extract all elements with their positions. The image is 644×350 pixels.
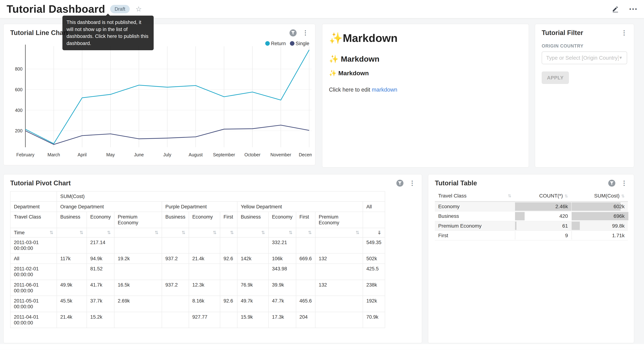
pivot-cell: 132 (315, 253, 363, 264)
kebab-menu-icon[interactable]: ⋮ (621, 180, 627, 186)
table-row: First91.71k (435, 231, 628, 240)
filter-indicator-icon[interactable] (290, 30, 296, 36)
pivot-cell: 16.5k (114, 280, 162, 296)
card-header: Tutorial Table ⋮ (428, 174, 634, 188)
header-actions: ⋯ (612, 6, 637, 12)
count-cell: 9 (515, 231, 571, 240)
sum-cell: 696k (571, 211, 628, 221)
pivot-row: 2011-02-01 00:00:0081.52343.98425.5 (10, 264, 385, 280)
pivot-cell: 425.5 (363, 264, 385, 280)
sort-icon[interactable]: ⇅ (508, 194, 511, 198)
markdown-paragraph: Click here to edit markdown (329, 86, 522, 93)
svg-text:July: July (163, 152, 172, 157)
pivot-cell (315, 312, 363, 328)
pivot-cell: 70.9k (363, 312, 385, 328)
pivot-class-col: Economy (268, 212, 296, 228)
page-title[interactable]: Tutorial Dashboard (6, 3, 105, 15)
kebab-menu-icon[interactable]: ⋮ (621, 30, 627, 36)
sort-icon[interactable]: ⇅ (107, 230, 111, 236)
svg-text:April: April (78, 152, 87, 157)
count-cell: 61 (515, 221, 571, 231)
count-cell: 2.46k (515, 202, 571, 211)
table-row: Business420696k (435, 211, 628, 221)
svg-text:August: August (189, 152, 203, 157)
markdown-h1: ✨Markdown (329, 32, 522, 44)
sort-icon[interactable]: ⇅ (230, 230, 234, 236)
pivot-cell: 8.16k (189, 296, 220, 312)
favorite-star-icon[interactable]: ☆ (136, 5, 142, 13)
count-cell: 420 (515, 211, 571, 221)
sum-cell: 1.71k (571, 231, 628, 240)
sort-icon[interactable]: ⇅ (261, 230, 265, 236)
card-header: Tutorial Filter ⋮ (535, 24, 634, 38)
pivot-cell: 39.9k (268, 280, 296, 296)
markdown-card: ✨Markdown ✨ Markdown ✨ Markdown Click he… (322, 24, 529, 168)
pivot-class-col: Economy (87, 212, 114, 228)
column-header-sum-cost[interactable]: SUM(Cost)⇅ (571, 190, 628, 202)
sort-icon[interactable]: ⇅ (213, 230, 216, 236)
sort-icon[interactable]: ⇅ (621, 194, 624, 198)
kebab-menu-icon[interactable]: ⋮ (302, 30, 308, 36)
pivot-cell (114, 238, 162, 254)
sort-icon[interactable]: ⇅ (308, 230, 312, 236)
pivot-cell (57, 264, 87, 280)
svg-text:600: 600 (15, 87, 23, 92)
sort-icon[interactable]: ⇅ (356, 230, 359, 236)
pivot-chart-card: Tutorial Pivot Chart ⋮ SUM(Cost)Departme… (3, 174, 422, 343)
column-header-count[interactable]: COUNT(*)⇅ (515, 190, 571, 202)
count-bar (515, 222, 516, 230)
pivot-cell: 937.2 (162, 280, 189, 296)
kebab-menu-icon[interactable]: ⋮ (409, 180, 415, 186)
edit-dashboard-icon[interactable] (612, 6, 619, 12)
dashboard-page: Tutorial Dashboard Draft ☆ ⋯ This dashbo… (0, 0, 644, 350)
svg-text:May: May (106, 152, 115, 157)
pivot-row: 2011-03-01 00:00:00217.14332.21549.35 (10, 238, 385, 254)
pivot-cell: 15.2k (87, 312, 114, 328)
sort-icon[interactable]: ⇓ (377, 230, 382, 236)
markdown-edit-link[interactable]: markdown (372, 86, 397, 93)
pivot-cell: 2.69k (114, 296, 162, 312)
sum-cell: 602k (571, 202, 628, 211)
pivot-table: SUM(Cost)DepartmentOrange DepartmentPurp… (10, 191, 385, 328)
pivot-cell: 937.2 (162, 253, 189, 264)
table-row: Economy2.46k602k (435, 202, 628, 211)
data-table: Travel Class⇅ COUNT(*)⇅ SUM(Cost)⇅ Econo… (435, 190, 628, 240)
pivot-cell: 192k (363, 296, 385, 312)
pivot-cell: 465.6 (296, 296, 315, 312)
pivot-cell (57, 238, 87, 254)
pivot-cell (296, 264, 315, 280)
pivot-cell: 142k (237, 253, 268, 264)
pivot-row: All117k94.9k19.2k937.221.4k92.6142k106k6… (10, 253, 385, 264)
pivot-class-header: Travel Class (10, 212, 57, 228)
sort-icon[interactable]: ⇅ (289, 230, 292, 236)
ellipsis-menu-icon[interactable]: ⋯ (629, 7, 638, 11)
pivot-group-header: All (363, 202, 385, 212)
filter-indicator-icon[interactable] (396, 180, 403, 186)
sort-icon[interactable]: ⇅ (182, 230, 186, 236)
pivot-cell: 238k (363, 280, 385, 296)
apply-button[interactable]: APPLY (542, 72, 569, 84)
travel-class-cell: Business (435, 211, 514, 221)
draft-badge[interactable]: Draft (110, 5, 130, 13)
pivot-row-header: 2011-03-01 00:00:00 (10, 238, 57, 254)
pivot-row-header: 2011-05-01 00:00:00 (10, 296, 57, 312)
pivot-cell: 117k (57, 253, 87, 264)
svg-text:June: June (134, 152, 144, 157)
filter-indicator-icon[interactable] (608, 180, 615, 186)
pivot-row-header: 2011-04-01 00:00:00 (10, 312, 57, 328)
sort-icon[interactable]: ⇅ (564, 194, 568, 198)
sort-icon[interactable]: ⇅ (80, 230, 83, 236)
count-bar (515, 231, 515, 240)
sort-icon[interactable]: ⇅ (50, 230, 53, 236)
sort-icon[interactable]: ⇅ (154, 230, 158, 236)
svg-text:February: February (16, 152, 34, 157)
pivot-cell (220, 312, 237, 328)
origin-country-select[interactable]: Type or Select [Origin Country] ▼ (542, 52, 627, 64)
column-header-travel-class[interactable]: Travel Class⇅ (435, 190, 514, 202)
pivot-cell: 132 (315, 280, 363, 296)
svg-text:March: March (48, 152, 60, 157)
markdown-h3: ✨ Markdown (329, 70, 522, 77)
pivot-cell (220, 280, 237, 296)
markdown-h2: ✨ Markdown (329, 54, 522, 64)
travel-class-cell: First (435, 231, 514, 240)
